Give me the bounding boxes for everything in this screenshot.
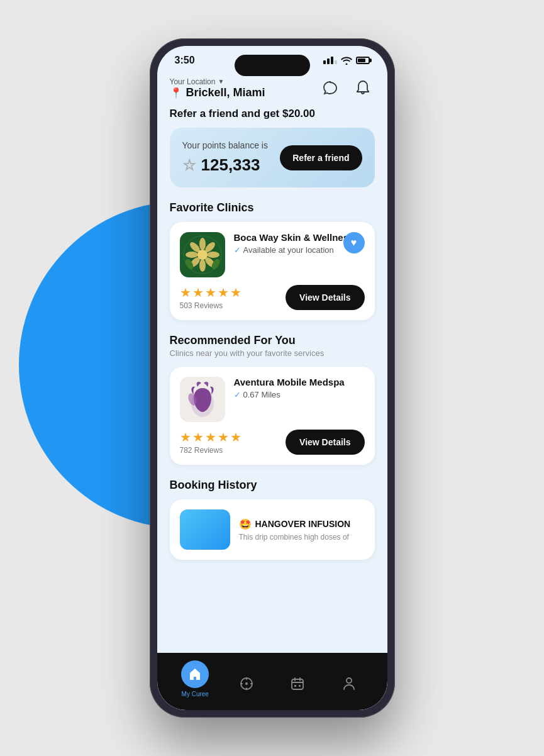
aventura-card: Aventura Mobile Medspa ✓ 0.67 Miles ★★★★… xyxy=(170,367,375,465)
svg-point-4 xyxy=(207,252,219,258)
nav-calendar[interactable] xyxy=(284,670,311,698)
heart-badge[interactable]: ♥ xyxy=(343,232,365,253)
profile-icon-wrapper xyxy=(335,670,363,698)
svg-point-10 xyxy=(197,250,208,260)
check-icon: ✓ xyxy=(234,245,241,255)
points-value: ☆ 125,333 xyxy=(182,155,268,175)
recommended-title: Recommended For You xyxy=(170,334,375,347)
nav-explore[interactable] xyxy=(233,670,260,698)
bell-icon xyxy=(355,80,370,96)
signal-icon xyxy=(323,57,337,64)
booking-card[interactable]: 🤩 HANGOVER INFUSION This drip combines h… xyxy=(170,499,375,560)
check-icon: ✓ xyxy=(234,390,241,399)
notification-button[interactable] xyxy=(351,76,375,100)
booking-thumbnail xyxy=(180,509,230,550)
phone-screen: 3:50 xyxy=(157,46,387,710)
aventura-info: Aventura Mobile Medspa ✓ 0.67 Miles xyxy=(234,377,365,399)
clinic-bottom: ★★★★★ 503 Reviews View Details xyxy=(180,285,365,310)
refer-friend-button[interactable]: Refer a friend xyxy=(280,145,362,170)
chat-button[interactable] xyxy=(318,76,342,100)
calendar-icon xyxy=(290,676,305,691)
booking-info: 🤩 HANGOVER INFUSION This drip combines h… xyxy=(239,518,351,542)
aventura-reviews: 782 Reviews xyxy=(180,446,243,455)
aventura-name: Aventura Mobile Medspa xyxy=(234,377,365,387)
booking-emoji: 🤩 xyxy=(239,518,252,530)
phone-wrapper: 3:50 xyxy=(150,38,395,718)
home-icon xyxy=(188,667,202,681)
points-area: Your points balance is ☆ 125,333 xyxy=(182,140,268,175)
aventura-distance: ✓ 0.67 Miles xyxy=(234,390,365,399)
calendar-icon-wrapper xyxy=(284,670,311,698)
scene: 3:50 xyxy=(0,0,544,756)
booking-name: HANGOVER INFUSION xyxy=(255,519,351,529)
aventura-stars: ★★★★★ xyxy=(180,430,243,445)
content-area: Your Location ▼ 📍 Brickell, Miami xyxy=(157,71,387,653)
star-icon: ☆ xyxy=(182,157,196,174)
explore-icon-wrapper xyxy=(233,670,260,698)
svg-point-6 xyxy=(199,259,206,272)
view-details-button-aventura[interactable]: View Details xyxy=(286,430,364,455)
location-label: Your Location ▼ xyxy=(170,77,265,86)
header-icons xyxy=(318,76,375,100)
chat-icon xyxy=(322,80,338,96)
view-details-button-boca[interactable]: View Details xyxy=(286,285,364,310)
location-area[interactable]: Your Location ▼ 📍 Brickell, Miami xyxy=(170,77,265,99)
aventura-bottom: ★★★★★ 782 Reviews View Details xyxy=(180,430,365,455)
booking-history-title: Booking History xyxy=(170,479,375,492)
booking-description: This drip combines high doses of xyxy=(239,533,351,542)
referral-title: Refer a friend and get $20.00 xyxy=(170,108,375,120)
reviews-count: 503 Reviews xyxy=(180,301,243,310)
nav-profile[interactable] xyxy=(335,670,363,698)
compass-icon xyxy=(239,676,254,691)
nav-home[interactable]: My Curee xyxy=(181,660,209,698)
referral-card: Your points balance is ☆ 125,333 Refer a… xyxy=(170,128,375,187)
stars-area: ★★★★★ 503 Reviews xyxy=(180,285,243,310)
svg-point-8 xyxy=(186,252,198,258)
person-icon xyxy=(341,676,357,691)
svg-rect-20 xyxy=(299,685,301,687)
svg-point-21 xyxy=(347,678,352,683)
location-city: 📍 Brickell, Miami xyxy=(170,86,265,99)
status-icons xyxy=(323,56,370,65)
bottom-navigation: My Curee xyxy=(157,653,387,710)
boca-way-card: Boca Way Skin & Wellness ✓ Available at … xyxy=(170,222,375,320)
boca-way-logo xyxy=(180,232,225,277)
svg-rect-19 xyxy=(294,685,296,687)
clinic-top: Boca Way Skin & Wellness ✓ Available at … xyxy=(180,232,365,277)
aventura-stars-area: ★★★★★ 782 Reviews xyxy=(180,430,243,455)
battery-icon xyxy=(356,57,370,64)
svg-point-17 xyxy=(245,682,248,685)
aventura-logo xyxy=(180,377,225,422)
wifi-icon xyxy=(341,56,352,65)
home-icon-wrapper xyxy=(181,660,209,688)
chevron-down-icon: ▼ xyxy=(218,78,224,85)
location-pin-icon: 📍 xyxy=(170,87,182,99)
aventura-top: Aventura Mobile Medspa ✓ 0.67 Miles xyxy=(180,377,365,422)
stars: ★★★★★ xyxy=(180,285,243,300)
svg-point-2 xyxy=(199,238,206,250)
nav-home-label: My Curee xyxy=(182,691,209,698)
points-label: Your points balance is xyxy=(182,140,268,150)
svg-rect-18 xyxy=(292,679,303,689)
header: Your Location ▼ 📍 Brickell, Miami xyxy=(170,71,375,108)
phone-frame: 3:50 xyxy=(150,38,395,718)
status-time: 3:50 xyxy=(175,55,195,66)
favorite-clinics-title: Favorite Clinics xyxy=(170,201,375,214)
dynamic-island xyxy=(235,55,310,76)
recommended-subtitle: Clinics near you with your favorite serv… xyxy=(170,348,375,358)
